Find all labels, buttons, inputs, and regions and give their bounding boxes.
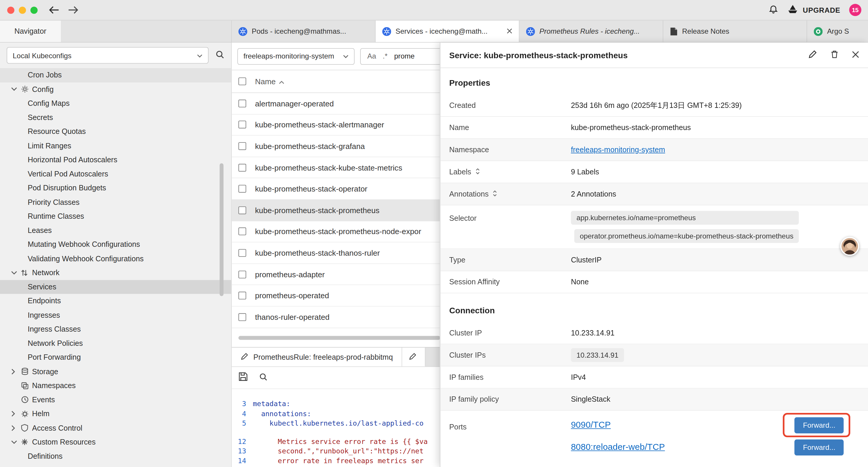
chevron-down-icon[interactable] bbox=[11, 440, 21, 444]
navigator-tab[interactable]: Navigator bbox=[0, 20, 61, 42]
chevron-down-icon[interactable] bbox=[11, 270, 21, 275]
namespace-filter-select[interactable]: freeleaps-monitoring-system bbox=[237, 48, 354, 64]
sidebar-item-resource-quotas[interactable]: Resource Quotas bbox=[0, 124, 231, 139]
sidebar-item-label: Network Policies bbox=[28, 339, 83, 347]
row-checkbox[interactable] bbox=[239, 142, 246, 150]
dock-tab-prometheusrule[interactable]: PrometheusRule: freeleaps-prod-rabbitmq bbox=[232, 348, 402, 367]
row-checkbox[interactable] bbox=[239, 185, 246, 193]
notification-badge[interactable]: 15 bbox=[849, 4, 861, 16]
close-tab-icon[interactable] bbox=[507, 27, 512, 35]
close-window-button[interactable] bbox=[7, 6, 14, 13]
selector-badge: operator.prometheus.io/name=kube-prometh… bbox=[574, 229, 799, 243]
chevron-right-icon[interactable] bbox=[11, 411, 21, 417]
sidebar-item-endpoints[interactable]: Endpoints bbox=[0, 294, 231, 308]
regex-toggle[interactable]: .* bbox=[383, 52, 388, 60]
search-icon[interactable] bbox=[259, 372, 268, 383]
sidebar-item-config[interactable]: Config bbox=[0, 82, 231, 96]
namespace-link[interactable]: freeleaps-monitoring-system bbox=[571, 145, 665, 154]
property-row-cluster-ip: Cluster IP 10.233.14.91 bbox=[440, 322, 868, 344]
titlebar: UPGRADE 15 bbox=[0, 0, 868, 20]
select-all-checkbox[interactable] bbox=[239, 78, 246, 85]
forward-button[interactable]: Forward... bbox=[795, 439, 844, 455]
back-icon[interactable] bbox=[49, 6, 60, 14]
sidebar-scrollbar[interactable] bbox=[219, 163, 223, 296]
clock-icon bbox=[21, 396, 32, 404]
sidebar-item-config-maps[interactable]: Config Maps bbox=[0, 96, 231, 111]
property-row-cluster-ips: Cluster IPs 10.233.14.91 bbox=[440, 344, 868, 367]
forward-icon[interactable] bbox=[67, 6, 78, 14]
case-sensitive-toggle[interactable]: Aa bbox=[367, 52, 376, 60]
chevron-down-icon[interactable] bbox=[11, 87, 21, 91]
maximize-window-button[interactable] bbox=[30, 6, 37, 13]
minimize-window-button[interactable] bbox=[19, 6, 26, 13]
horizontal-scrollbar[interactable] bbox=[239, 336, 440, 340]
sort-ascending-icon bbox=[279, 77, 284, 86]
pencil-icon bbox=[409, 352, 416, 362]
sidebar-item-secrets[interactable]: Secrets bbox=[0, 111, 231, 125]
row-checkbox[interactable] bbox=[239, 292, 246, 299]
kubeconfig-selector[interactable]: Local Kubeconfigs bbox=[6, 47, 208, 63]
row-checkbox[interactable] bbox=[239, 270, 246, 278]
sidebar-item-storage[interactable]: Storage bbox=[0, 364, 231, 379]
property-value[interactable]: 9 Labels bbox=[571, 168, 599, 176]
dock-tab-partial[interactable] bbox=[402, 348, 426, 367]
tab-argo[interactable]: Argo S bbox=[807, 20, 862, 42]
property-value: kube-prometheus-stack-prometheus bbox=[571, 123, 691, 132]
row-checkbox[interactable] bbox=[239, 228, 246, 235]
tab-label: Argo S bbox=[827, 27, 849, 35]
sidebar-item-horizontal-pod-autoscalers[interactable]: Horizontal Pod Autoscalers bbox=[0, 153, 231, 167]
upgrade-button[interactable]: UPGRADE bbox=[787, 4, 840, 16]
sidebar-item-definitions[interactable]: Definitions bbox=[0, 449, 231, 463]
row-checkbox[interactable] bbox=[239, 249, 246, 257]
sidebar-item-leases[interactable]: Leases bbox=[0, 224, 231, 238]
sidebar-item-ingress-classes[interactable]: Ingress Classes bbox=[0, 322, 231, 337]
search-icon[interactable] bbox=[215, 50, 224, 61]
sidebar-item-runtime-classes[interactable]: Runtime Classes bbox=[0, 209, 231, 224]
line-number: 12 bbox=[232, 437, 253, 445]
sidebar-item-validating-webhook-configurations[interactable]: Validating Webhook Configurations bbox=[0, 252, 231, 266]
chevron-right-icon[interactable] bbox=[11, 425, 21, 431]
sidebar-item-pod-disruption-budgets[interactable]: Pod Disruption Budgets bbox=[0, 181, 231, 195]
sidebar-item-custom-resources[interactable]: Custom Resources bbox=[0, 435, 231, 449]
sidebar-item-cron-jobs[interactable]: Cron Jobs bbox=[0, 68, 231, 82]
sidebar-item-network[interactable]: Network bbox=[0, 266, 231, 280]
name-column-header[interactable]: Name bbox=[255, 77, 284, 86]
row-checkbox[interactable] bbox=[239, 313, 246, 321]
sidebar-item-ingresses[interactable]: Ingresses bbox=[0, 308, 231, 322]
row-checkbox[interactable] bbox=[239, 121, 246, 128]
sidebar-item-priority-classes[interactable]: Priority Classes bbox=[0, 195, 231, 209]
property-value: None bbox=[571, 278, 589, 286]
sidebar-item-access-control[interactable]: Access Control bbox=[0, 421, 231, 435]
port-link[interactable]: 9090/TCP bbox=[571, 420, 611, 430]
save-icon[interactable] bbox=[239, 372, 248, 383]
property-value[interactable]: 2 Annotations bbox=[571, 190, 616, 198]
forward-button[interactable]: Forward... bbox=[795, 417, 844, 433]
tab-services[interactable]: Services - icecheng@math... bbox=[375, 20, 519, 42]
sidebar-item-network-policies[interactable]: Network Policies bbox=[0, 337, 231, 351]
sidebar-item-mutating-webhook-configurations[interactable]: Mutating Webhook Configurations bbox=[0, 237, 231, 252]
sidebar-item-label: Pod Disruption Budgets bbox=[28, 184, 106, 192]
delete-icon[interactable] bbox=[831, 50, 839, 61]
tab-prometheus-rules[interactable]: Prometheus Rules - icecheng... bbox=[519, 20, 663, 42]
tab-pods[interactable]: Pods - icecheng@mathmas... bbox=[232, 20, 376, 42]
port-link[interactable]: 8080:reloader-web/TCP bbox=[571, 442, 665, 452]
row-checkbox[interactable] bbox=[239, 164, 246, 171]
sidebar-item-events[interactable]: Events bbox=[0, 393, 231, 407]
close-icon[interactable] bbox=[852, 50, 859, 60]
sidebar-item-limit-ranges[interactable]: Limit Ranges bbox=[0, 139, 231, 153]
name-header-label: Name bbox=[255, 77, 276, 86]
sidebar-item-namespaces[interactable]: Namespaces bbox=[0, 379, 231, 393]
sidebar-item-services[interactable]: Services bbox=[0, 280, 231, 294]
tab-release-notes[interactable]: Release Notes bbox=[663, 20, 807, 42]
expand-collapse-icon[interactable] bbox=[493, 189, 498, 198]
sidebar-item-port-forwarding[interactable]: Port Forwarding bbox=[0, 350, 231, 364]
edit-icon[interactable] bbox=[808, 50, 817, 61]
row-checkbox[interactable] bbox=[239, 99, 246, 107]
row-checkbox[interactable] bbox=[239, 206, 246, 214]
sidebar-item-vertical-pod-autoscalers[interactable]: Vertical Pod Autoscalers bbox=[0, 167, 231, 181]
sidebar-item-helm[interactable]: Helm bbox=[0, 407, 231, 421]
expand-collapse-icon[interactable] bbox=[475, 167, 480, 176]
bell-icon[interactable] bbox=[769, 4, 778, 16]
avatar[interactable] bbox=[840, 237, 859, 256]
chevron-right-icon[interactable] bbox=[11, 369, 21, 375]
